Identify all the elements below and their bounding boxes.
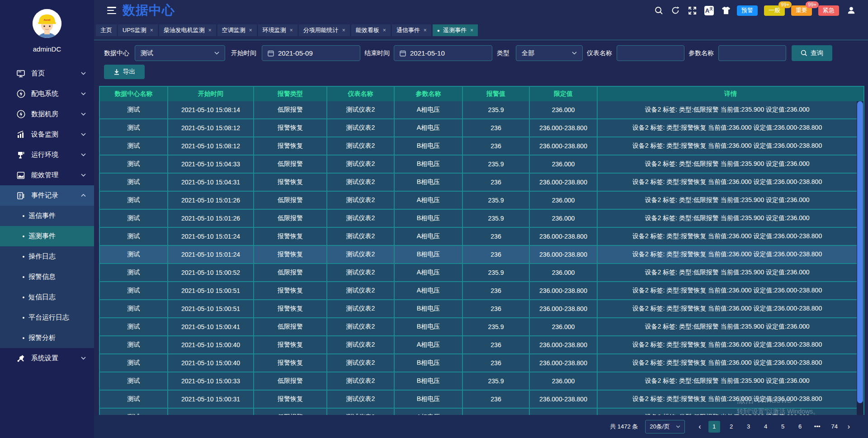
cell-detail: 设备2 标签: 类型:报警恢复 当前值:236.000 设定值:236.000-… xyxy=(598,137,857,155)
tab[interactable]: 分项用能统计 × xyxy=(299,24,350,36)
page-number[interactable]: 5 xyxy=(777,421,789,433)
table-row[interactable]: 测试 2021-05-10 15:08:14 低限报警 测试仪表2 A相电压 2… xyxy=(100,101,857,119)
page-number[interactable]: 1 xyxy=(708,421,720,433)
prev-page-button[interactable]: ‹ xyxy=(698,423,701,431)
cell-meter-name: 测试仪表2 xyxy=(327,137,395,155)
table-row[interactable]: 测试 2021-05-10 15:01:24 报警恢复 测试仪表2 A相电压 2… xyxy=(100,228,857,246)
close-icon[interactable]: × xyxy=(342,27,345,33)
page-number[interactable]: 4 xyxy=(760,421,772,433)
page-number[interactable]: 3 xyxy=(743,421,755,433)
column-header[interactable]: 报警值 xyxy=(463,87,530,101)
close-icon[interactable]: × xyxy=(150,27,153,33)
close-icon[interactable]: × xyxy=(470,27,473,33)
datacenter-select[interactable]: 测试 xyxy=(135,45,225,61)
column-header[interactable]: 参数名称 xyxy=(395,87,463,101)
table-row[interactable]: 测试 2021-05-10 15:00:40 报警恢复 测试仪表2 B相电压 2… xyxy=(100,354,857,372)
refresh-icon[interactable] xyxy=(671,6,680,15)
sidebar-subitem[interactable]: 平台运行日志 xyxy=(0,307,94,328)
cell-alarm-value: 236 xyxy=(463,137,530,155)
tab[interactable]: UPS监测 × xyxy=(118,24,158,36)
alarm-button-warning[interactable]: 预警 xyxy=(737,5,758,16)
alarm-button-urgent[interactable]: 紧急 xyxy=(818,5,839,16)
sidebar-item-device-monitor[interactable]: 设备监测 xyxy=(0,124,94,145)
column-header[interactable]: 限定值 xyxy=(530,87,598,101)
page-size-select[interactable]: 20条/页 xyxy=(645,420,685,433)
tab[interactable]: 空调监测 × xyxy=(217,24,257,36)
alarm-button-important[interactable]: 重要 99+ xyxy=(791,5,812,16)
table-row[interactable]: 测试 2021-05-10 15:08:12 报警恢复 测试仪表2 A相电压 2… xyxy=(100,119,857,137)
page-number[interactable]: ••• xyxy=(811,421,823,433)
fullscreen-icon[interactable] xyxy=(688,6,697,15)
user-icon[interactable] xyxy=(847,6,856,15)
table-row[interactable]: 测试 2021-05-10 15:08:12 报警恢复 测试仪表2 B相电压 2… xyxy=(100,137,857,155)
close-icon[interactable]: × xyxy=(249,27,252,33)
sidebar-item-settings[interactable]: 系统设置 xyxy=(0,348,94,368)
sidebar-item-event-log[interactable]: 事件记录 xyxy=(0,185,94,206)
chevron-down-icon xyxy=(676,425,680,428)
page-number[interactable]: 2 xyxy=(726,421,737,433)
table-row[interactable]: 测试 2021-05-10 15:01:26 低限报警 测试仪表2 A相电压 2… xyxy=(100,192,857,210)
tab[interactable]: 通信事件 × xyxy=(392,24,431,36)
sidebar-item-home[interactable]: 首页 xyxy=(0,63,94,84)
table-row[interactable]: 测试 2021-05-10 15:01:26 低限报警 测试仪表2 B相电压 2… xyxy=(100,210,857,228)
column-header[interactable]: 报警类型 xyxy=(254,87,327,101)
table-row[interactable]: 测试 2021-05-10 15:01:24 报警恢复 测试仪表2 B相电压 2… xyxy=(100,246,857,264)
table-row[interactable]: 测试 2021-05-10 15:04:31 报警恢复 测试仪表2 B相电压 2… xyxy=(100,174,857,192)
close-icon[interactable]: × xyxy=(290,27,293,33)
param-name-input[interactable] xyxy=(718,45,786,61)
column-header[interactable]: 数据中心名称 xyxy=(100,87,168,101)
close-icon[interactable]: × xyxy=(424,27,427,33)
table-row[interactable]: 测试 2021-05-10 15:00:31 报警恢复 测试仪表2 B相电压 2… xyxy=(100,391,857,409)
column-header[interactable]: 仪表名称 xyxy=(327,87,395,101)
sidebar-item-power-system[interactable]: 配电系统 xyxy=(0,84,94,104)
column-header[interactable]: 开始时间 xyxy=(168,87,254,101)
table-row[interactable]: 测试 2021-05-10 15:00:52 低限报警 测试仪表2 A相电压 2… xyxy=(100,264,857,282)
avatar[interactable]: Acrel xyxy=(33,9,61,38)
sidebar-subitem[interactable]: 操作日志 xyxy=(0,246,94,267)
chevron-down-icon xyxy=(81,357,86,360)
translate-icon[interactable]: A文 xyxy=(704,6,714,15)
sidebar-item-energy[interactable]: 能效管理 xyxy=(0,165,94,185)
cell-param-name: B相电压 xyxy=(395,174,463,191)
sidebar-item-environment[interactable]: 运行环境 xyxy=(0,145,94,165)
page-number[interactable]: 6 xyxy=(794,421,806,433)
theme-icon[interactable] xyxy=(722,6,731,15)
search-button[interactable]: 查询 xyxy=(792,45,832,61)
tab[interactable]: 环境监测 × xyxy=(258,24,297,36)
sidebar-subitem[interactable]: 遥信事件 xyxy=(0,206,94,226)
table-row[interactable]: 测试 2021-05-10 15:00:41 低限报警 测试仪表2 B相电压 2… xyxy=(100,318,857,336)
table-row[interactable]: 测试 2021-05-10 15:00:51 报警恢复 测试仪表2 A相电压 2… xyxy=(100,282,857,300)
cell-param-name: B相电压 xyxy=(395,246,463,263)
cell-alarm-type: 报警恢复 xyxy=(254,336,327,353)
tab[interactable]: 柴油发电机监测 × xyxy=(159,24,216,36)
table-row[interactable]: 测试 2021-05-10 15:04:33 低限报警 测试仪表2 B相电压 2… xyxy=(100,155,857,174)
next-page-button[interactable]: › xyxy=(848,423,850,431)
alarm-button-general[interactable]: 一般 99+ xyxy=(764,5,785,16)
table-scrollbar[interactable] xyxy=(857,101,863,417)
close-icon[interactable]: × xyxy=(383,27,386,33)
sidebar-subitem[interactable]: 报警信息 xyxy=(0,267,94,287)
table-row[interactable]: 测试 2021-05-10 15:00:33 低限报警 测试仪表2 B相电压 2… xyxy=(100,372,857,391)
table-row[interactable]: 测试 2021-05-10 15:00:51 报警恢复 测试仪表2 B相电压 2… xyxy=(100,300,857,318)
search-icon[interactable] xyxy=(654,6,663,15)
sidebar-subitem[interactable]: 报警分析 xyxy=(0,328,94,348)
tab[interactable]: 能效看板 × xyxy=(351,24,391,36)
end-date-input[interactable]: 2021-05-10 xyxy=(394,45,492,61)
sidebar-item-data-room[interactable]: 数据机房 xyxy=(0,104,94,124)
tab[interactable]: ● 遥测事件 × xyxy=(433,24,478,36)
close-icon[interactable]: × xyxy=(208,27,212,33)
sidebar-subitem[interactable]: 短信日志 xyxy=(0,287,94,307)
scrollbar-thumb[interactable] xyxy=(857,101,863,403)
export-button[interactable]: 导出 xyxy=(104,65,145,79)
cell-detail: 设备2 标签: 类型:低限报警 当前值:235.900 设定值:236.000 xyxy=(598,192,857,209)
table-row[interactable]: 测试 2021-05-10 15:00:40 报警恢复 测试仪表2 A相电压 2… xyxy=(100,336,857,354)
start-date-input[interactable]: 2021-05-09 xyxy=(262,45,360,61)
sidebar-subitem[interactable]: 遥测事件 xyxy=(0,226,94,246)
page-number[interactable]: 74 xyxy=(829,421,840,433)
column-header[interactable]: 详情 xyxy=(598,87,863,101)
tab[interactable]: 主页 xyxy=(96,24,117,36)
meter-name-input[interactable] xyxy=(617,45,684,61)
cell-alarm-type: 低限报警 xyxy=(254,155,327,173)
menu-toggle-icon[interactable] xyxy=(107,7,116,14)
type-select[interactable]: 全部 xyxy=(516,45,583,61)
